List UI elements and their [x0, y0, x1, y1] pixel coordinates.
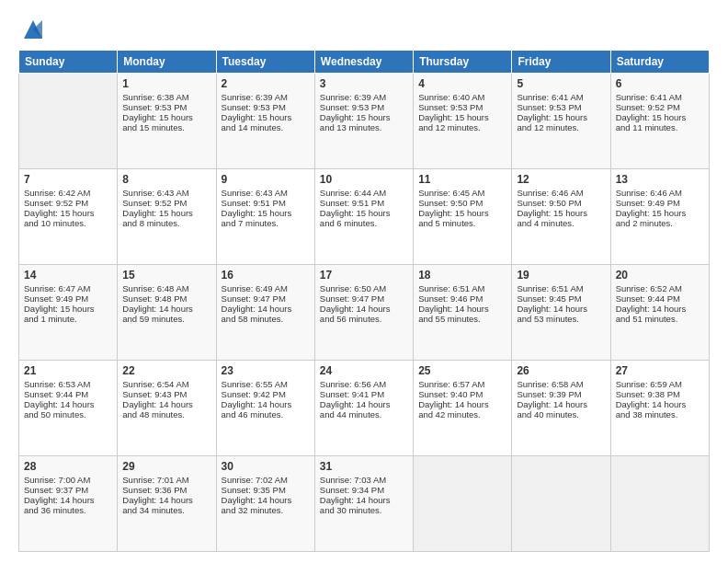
day-cell: 5Sunrise: 6:41 AMSunset: 9:53 PMDaylight…	[512, 74, 610, 169]
day-info: Sunset: 9:53 PM	[222, 102, 310, 112]
day-info: Sunrise: 6:56 AM	[320, 379, 408, 389]
day-cell: 24Sunrise: 6:56 AMSunset: 9:41 PMDayligh…	[314, 361, 413, 456]
day-info: Daylight: 15 hours	[122, 208, 210, 218]
day-info: Sunrise: 6:47 AM	[24, 283, 112, 293]
day-info: and 55 minutes.	[418, 314, 506, 324]
day-info: and 51 minutes.	[616, 314, 704, 324]
day-info: Daylight: 14 hours	[24, 399, 112, 409]
day-info: and 4 minutes.	[517, 218, 605, 228]
header-row: SundayMondayTuesdayWednesdayThursdayFrid…	[19, 51, 710, 74]
day-info: Daylight: 14 hours	[122, 495, 210, 505]
header-cell-tuesday: Tuesday	[216, 51, 314, 74]
day-number: 26	[517, 364, 605, 377]
day-info: Sunset: 9:43 PM	[122, 389, 210, 399]
day-info: and 8 minutes.	[122, 218, 210, 228]
day-number: 22	[122, 364, 210, 377]
day-cell	[414, 456, 512, 552]
day-info: Sunset: 9:53 PM	[320, 102, 408, 112]
day-info: Sunrise: 6:43 AM	[222, 188, 310, 198]
day-number: 30	[222, 460, 310, 473]
day-info: Daylight: 14 hours	[122, 399, 210, 409]
day-info: and 15 minutes.	[122, 122, 210, 132]
day-number: 31	[320, 460, 408, 473]
day-info: Sunset: 9:44 PM	[24, 389, 112, 399]
day-number: 29	[122, 460, 210, 473]
day-info: Daylight: 14 hours	[24, 495, 112, 505]
day-info: Sunrise: 6:38 AM	[122, 92, 210, 102]
day-info: Daylight: 15 hours	[320, 112, 408, 122]
day-info: Daylight: 15 hours	[418, 112, 506, 122]
day-info: Daylight: 14 hours	[222, 495, 310, 505]
day-info: Daylight: 15 hours	[122, 112, 210, 122]
day-cell: 16Sunrise: 6:49 AMSunset: 9:47 PMDayligh…	[216, 265, 314, 361]
day-info: Sunrise: 7:00 AM	[24, 475, 112, 485]
day-info: and 56 minutes.	[320, 314, 408, 324]
day-number: 1	[122, 77, 210, 90]
day-number: 2	[222, 77, 310, 90]
page: SundayMondayTuesdayWednesdayThursdayFrid…	[0, 0, 728, 563]
day-info: Daylight: 14 hours	[517, 399, 605, 409]
day-info: Sunset: 9:52 PM	[122, 198, 210, 208]
day-info: and 6 minutes.	[320, 218, 408, 228]
day-info: Daylight: 14 hours	[320, 399, 408, 409]
header-cell-friday: Friday	[512, 51, 610, 74]
day-number: 16	[222, 269, 310, 282]
day-info: Daylight: 14 hours	[517, 304, 605, 314]
day-info: Sunset: 9:42 PM	[222, 389, 310, 399]
day-number: 25	[418, 364, 506, 377]
header	[18, 17, 710, 42]
day-info: Daylight: 14 hours	[418, 399, 506, 409]
day-cell: 7Sunrise: 6:42 AMSunset: 9:52 PMDaylight…	[19, 169, 118, 265]
day-number: 27	[616, 364, 704, 377]
day-info: Sunset: 9:53 PM	[517, 102, 605, 112]
day-info: and 44 minutes.	[320, 409, 408, 419]
logo-icon	[20, 17, 46, 42]
day-cell: 22Sunrise: 6:54 AMSunset: 9:43 PMDayligh…	[118, 361, 216, 456]
day-number: 5	[517, 77, 605, 90]
day-number: 18	[418, 269, 506, 282]
day-info: Sunset: 9:38 PM	[616, 389, 704, 399]
day-info: Sunset: 9:44 PM	[616, 293, 704, 304]
day-info: Daylight: 15 hours	[517, 112, 605, 122]
day-number: 20	[616, 269, 704, 282]
day-info: Daylight: 15 hours	[418, 208, 506, 218]
day-info: Daylight: 15 hours	[222, 112, 310, 122]
day-info: Daylight: 14 hours	[222, 399, 310, 409]
day-info: Sunrise: 6:49 AM	[222, 283, 310, 293]
day-cell: 29Sunrise: 7:01 AMSunset: 9:36 PMDayligh…	[118, 456, 216, 552]
day-info: Daylight: 14 hours	[122, 304, 210, 314]
day-number: 21	[24, 364, 112, 377]
day-info: Sunset: 9:34 PM	[320, 485, 408, 495]
day-info: Sunset: 9:52 PM	[24, 198, 112, 208]
day-info: Sunset: 9:46 PM	[418, 293, 506, 304]
day-info: Sunrise: 6:45 AM	[418, 188, 506, 198]
day-info: Sunset: 9:37 PM	[24, 485, 112, 495]
day-info: Sunset: 9:50 PM	[418, 198, 506, 208]
day-cell: 31Sunrise: 7:03 AMSunset: 9:34 PMDayligh…	[314, 456, 413, 552]
day-number: 13	[616, 173, 704, 186]
day-info: Sunrise: 6:41 AM	[517, 92, 605, 102]
day-info: Sunrise: 6:54 AM	[122, 379, 210, 389]
week-row-5: 28Sunrise: 7:00 AMSunset: 9:37 PMDayligh…	[19, 456, 710, 552]
day-info: and 1 minute.	[24, 314, 112, 324]
day-info: and 7 minutes.	[222, 218, 310, 228]
day-info: Sunrise: 6:40 AM	[418, 92, 506, 102]
header-cell-saturday: Saturday	[610, 51, 709, 74]
day-info: Sunset: 9:47 PM	[320, 293, 408, 304]
day-cell: 4Sunrise: 6:40 AMSunset: 9:53 PMDaylight…	[414, 74, 512, 169]
day-info: Daylight: 15 hours	[24, 304, 112, 314]
day-cell: 6Sunrise: 6:41 AMSunset: 9:52 PMDaylight…	[610, 74, 709, 169]
day-number: 3	[320, 77, 408, 90]
day-cell	[512, 456, 610, 552]
day-cell: 19Sunrise: 6:51 AMSunset: 9:45 PMDayligh…	[512, 265, 610, 361]
day-cell: 3Sunrise: 6:39 AMSunset: 9:53 PMDaylight…	[314, 74, 413, 169]
day-info: Daylight: 15 hours	[616, 208, 704, 218]
day-info: Sunset: 9:52 PM	[616, 102, 704, 112]
header-cell-sunday: Sunday	[19, 51, 118, 74]
day-info: Sunrise: 7:02 AM	[222, 475, 310, 485]
day-cell: 18Sunrise: 6:51 AMSunset: 9:46 PMDayligh…	[414, 265, 512, 361]
day-info: and 12 minutes.	[418, 122, 506, 132]
day-info: Sunset: 9:50 PM	[517, 198, 605, 208]
day-info: Sunrise: 6:46 AM	[616, 188, 704, 198]
day-info: Sunset: 9:49 PM	[24, 293, 112, 304]
